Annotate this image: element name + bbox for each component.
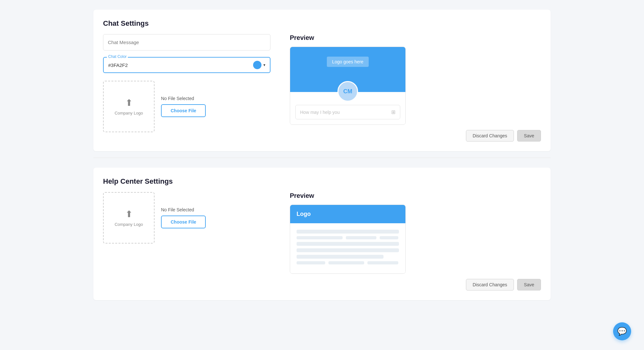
chat-color-value: #3FA2F2 [108,62,128,68]
skeleton-col-5 [328,261,364,264]
help-no-file-text: No File Selected [161,207,206,212]
chat-no-file-text: No File Selected [161,96,206,101]
chat-upload-area: ⬆ Company Logo No File Selected Choose F… [103,81,270,132]
color-field-right: ▾ [253,61,265,69]
chat-preview-header: Logo goes here CM [290,47,405,92]
chat-color-label: Chat Color [107,54,128,59]
skeleton-line-2 [297,242,399,246]
help-preview-area: Preview Logo [290,192,541,290]
chat-settings-controls: Chat Color #3FA2F2 ▾ ⬆ Company Logo No F… [103,34,270,132]
chat-choose-file-button[interactable]: Choose File [161,104,206,117]
upload-icon-help: ⬆ [125,209,133,219]
chat-avatar: CM [337,81,358,102]
page-container: Chat Settings Chat Color #3FA2F2 ▾ [80,0,564,316]
section-divider [93,158,551,158]
chat-preview-label: Preview [290,34,541,41]
chat-settings-layout: Chat Color #3FA2F2 ▾ ⬆ Company Logo No F… [103,34,541,142]
help-action-buttons: Discard Changes Save [290,279,541,290]
help-center-controls: ⬆ Company Logo No File Selected Choose F… [103,192,270,244]
chat-settings-section: Chat Settings Chat Color #3FA2F2 ▾ [93,10,551,151]
upload-icon: ⬆ [125,97,133,108]
help-preview-body [290,223,405,273]
help-center-layout: ⬆ Company Logo No File Selected Choose F… [103,192,541,290]
help-upload-box: ⬆ Company Logo [103,192,155,244]
skeleton-row-1 [297,236,399,239]
skeleton-row-2 [297,261,399,264]
chat-input-preview: How may I help you ⊞ [295,105,400,119]
chat-action-buttons: Discard Changes Save [290,130,541,142]
skeleton-line-4 [297,255,384,259]
chat-bubble-icon: 💬 [617,327,627,336]
float-chat-button[interactable]: 💬 [613,322,631,340]
chat-upload-box: ⬆ Company Logo [103,81,155,132]
color-dot [253,61,261,69]
chat-preview-widget: Logo goes here CM How may I help you ⊞ [290,47,406,125]
skeleton-col-3 [380,236,398,239]
skeleton-col-2 [346,236,376,239]
chat-discard-button[interactable]: Discard Changes [466,130,514,142]
chat-settings-title: Chat Settings [103,19,541,28]
help-upload-info: No File Selected Choose File [161,207,206,228]
help-choose-file-button[interactable]: Choose File [161,216,206,228]
chat-preview-area: Preview Logo goes here CM How may I help… [290,34,541,142]
skeleton-line-1 [297,230,399,234]
help-upload-area: ⬆ Company Logo No File Selected Choose F… [103,192,270,244]
skeleton-line-3 [297,248,399,252]
skeleton-col-1 [297,236,343,239]
chat-message-input[interactable] [103,34,270,51]
help-center-settings-title: Help Center Settings [103,177,541,186]
help-preview-header: Logo [290,205,405,223]
chat-logo-placeholder: Logo goes here [327,57,368,67]
help-preview-widget: Logo [290,205,406,274]
skeleton-col-6 [367,261,398,264]
chat-save-button[interactable]: Save [517,130,541,142]
chevron-down-icon: ▾ [263,63,265,67]
help-discard-button[interactable]: Discard Changes [466,279,514,290]
chat-preview-placeholder: How may I help you [300,110,340,115]
chat-color-field[interactable]: Chat Color #3FA2F2 ▾ [103,57,270,73]
help-save-button[interactable]: Save [517,279,541,290]
chat-upload-label: Company Logo [115,111,143,115]
help-upload-label: Company Logo [115,222,143,227]
help-center-settings-section: Help Center Settings ⬆ Company Logo No F… [93,168,551,300]
chat-upload-info: No File Selected Choose File [161,96,206,117]
grid-icon: ⊞ [391,109,395,115]
skeleton-col-4 [297,261,325,264]
help-logo-text: Logo [297,211,311,217]
help-preview-label: Preview [290,192,541,199]
